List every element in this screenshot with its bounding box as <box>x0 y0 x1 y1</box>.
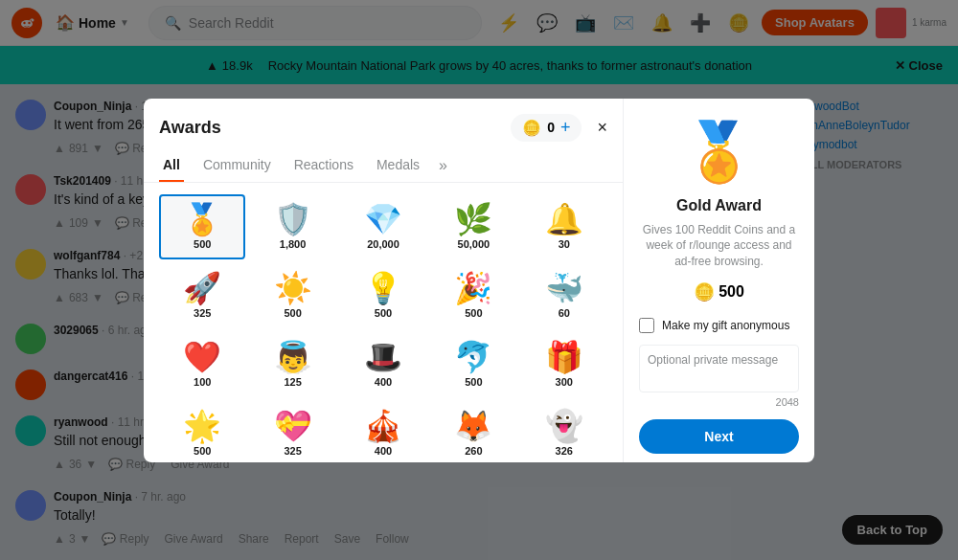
modal-coins-area: 🪙 0 + <box>511 114 582 142</box>
award-party-icon: 🎉 <box>454 273 492 303</box>
anonymous-label: Make my gift anonymous <box>662 319 789 332</box>
award-item-platinum[interactable]: 🛡️ 1,800 <box>249 194 335 259</box>
award-item-gold[interactable]: 🏅 500 <box>159 194 245 259</box>
award-heartwarming-cost: 325 <box>284 445 301 457</box>
selected-award-icon: 🏅 <box>683 118 755 186</box>
anonymous-row: Make my gift anonymous <box>639 318 799 333</box>
award-item-seal[interactable]: 🔔 30 <box>521 194 607 259</box>
award-item-dolphin[interactable]: 🐬 500 <box>430 332 516 397</box>
award-gold-icon: 🏅 <box>183 204 221 235</box>
award-fox-icon: 🦊 <box>454 411 492 441</box>
award-platinum-icon: 🛡️ <box>274 204 312 235</box>
award-silver-cost: 400 <box>375 445 392 457</box>
award-item-ghost[interactable]: 👻 326 <box>521 401 607 462</box>
add-coins-button[interactable]: + <box>560 118 571 138</box>
tab-all[interactable]: All <box>159 149 184 182</box>
award-silver-icon: 🎪 <box>364 411 402 441</box>
modal-left-panel: Awards 🪙 0 + × All Community Reactions M… <box>144 99 623 462</box>
tab-medals[interactable]: Medals <box>373 149 423 182</box>
coin-icon: 🪙 <box>694 281 715 302</box>
award-heartwarming-icon: 💝 <box>274 411 312 441</box>
tab-more-button[interactable]: » <box>439 149 447 182</box>
award-heart-icon: ❤️ <box>183 342 221 372</box>
award-party-cost: 500 <box>465 307 482 319</box>
award-heart-cost: 100 <box>194 376 211 388</box>
selected-award-name: Gold Award <box>676 197 762 214</box>
award-sun-icon: ☀️ <box>274 273 312 303</box>
award-rocket-cost: 325 <box>194 307 211 319</box>
award-argentium-cost: 20,000 <box>367 238 399 250</box>
award-star-icon: 🌟 <box>183 411 221 441</box>
selected-award-description: Gives 100 Reddit Coins and a week of r/l… <box>639 222 799 270</box>
anonymous-checkbox[interactable] <box>639 318 654 333</box>
award-item-rocket[interactable]: 🚀 325 <box>159 263 245 328</box>
next-button[interactable]: Next <box>639 419 799 454</box>
award-item-sun[interactable]: ☀️ 500 <box>249 263 335 328</box>
modal-header: Awards 🪙 0 + × <box>144 99 623 149</box>
modal-close-button[interactable]: × <box>597 118 607 138</box>
awards-grid: 🏅 500 🛡️ 1,800 💎 20,000 🌿 50,000 🔔 30 <box>144 183 623 462</box>
award-item-helpful[interactable]: 💡 500 <box>340 263 426 328</box>
award-gift-icon: 🎁 <box>545 342 583 372</box>
award-ghost-cost: 326 <box>556 445 573 457</box>
award-item-party[interactable]: 🎉 500 <box>430 263 516 328</box>
award-helpful-icon: 💡 <box>364 273 402 303</box>
coin-icon: 🪙 <box>522 119 541 137</box>
award-sun-cost: 500 <box>284 307 301 319</box>
char-count: 2048 <box>776 396 799 408</box>
award-item-heart[interactable]: ❤️ 100 <box>159 332 245 397</box>
award-angel-icon: 👼 <box>274 342 312 372</box>
selected-award-cost: 🪙 500 <box>694 281 744 302</box>
award-ghost-icon: 👻 <box>545 411 583 441</box>
award-item-hat[interactable]: 🎩 400 <box>340 332 426 397</box>
award-argentium-icon: 💎 <box>364 204 402 235</box>
award-hat-icon: 🎩 <box>364 342 402 372</box>
award-item-argentium[interactable]: 💎 20,000 <box>340 194 426 259</box>
award-helpful-cost: 500 <box>375 307 392 319</box>
award-ternion-icon: 🌿 <box>454 204 492 235</box>
award-hat-cost: 400 <box>375 376 392 388</box>
award-dolphin-icon: 🐬 <box>454 342 492 372</box>
award-item-angel[interactable]: 👼 125 <box>249 332 335 397</box>
award-item-fox[interactable]: 🦊 260 <box>430 401 516 462</box>
awards-modal: Awards 🪙 0 + × All Community Reactions M… <box>144 99 814 462</box>
award-gold-cost: 500 <box>194 238 211 250</box>
award-seal-cost: 30 <box>559 238 570 250</box>
coin-count: 0 <box>547 120 555 135</box>
modal-title: Awards <box>159 118 221 138</box>
tab-reactions[interactable]: Reactions <box>290 149 357 182</box>
award-item-whale[interactable]: 🐳 60 <box>521 263 607 328</box>
award-dolphin-cost: 500 <box>465 376 482 388</box>
award-item-ternion[interactable]: 🌿 50,000 <box>430 194 516 259</box>
award-star-cost: 500 <box>194 445 211 457</box>
award-whale-cost: 60 <box>559 307 570 319</box>
award-item-silver[interactable]: 🎪 400 <box>340 401 426 462</box>
selected-cost-value: 500 <box>718 283 744 301</box>
award-gift-cost: 300 <box>556 376 573 388</box>
award-item-heartwarming[interactable]: 💝 325 <box>249 401 335 462</box>
award-rocket-icon: 🚀 <box>183 273 221 303</box>
award-angel-cost: 125 <box>284 376 301 388</box>
award-seal-icon: 🔔 <box>545 204 583 235</box>
tab-community[interactable]: Community <box>199 149 275 182</box>
award-whale-icon: 🐳 <box>545 273 583 303</box>
modal-tabs: All Community Reactions Medals » <box>144 149 623 183</box>
private-message-input[interactable]: Optional private message <box>639 345 799 392</box>
award-item-gift[interactable]: 🎁 300 <box>521 332 607 397</box>
award-fox-cost: 260 <box>465 445 482 457</box>
award-detail-panel: 🏅 Gold Award Gives 100 Reddit Coins and … <box>623 99 814 462</box>
award-item-star[interactable]: 🌟 500 <box>159 401 245 462</box>
award-ternion-cost: 50,000 <box>458 238 490 250</box>
private-message-placeholder: Optional private message <box>648 353 778 367</box>
award-platinum-cost: 1,800 <box>280 238 307 250</box>
